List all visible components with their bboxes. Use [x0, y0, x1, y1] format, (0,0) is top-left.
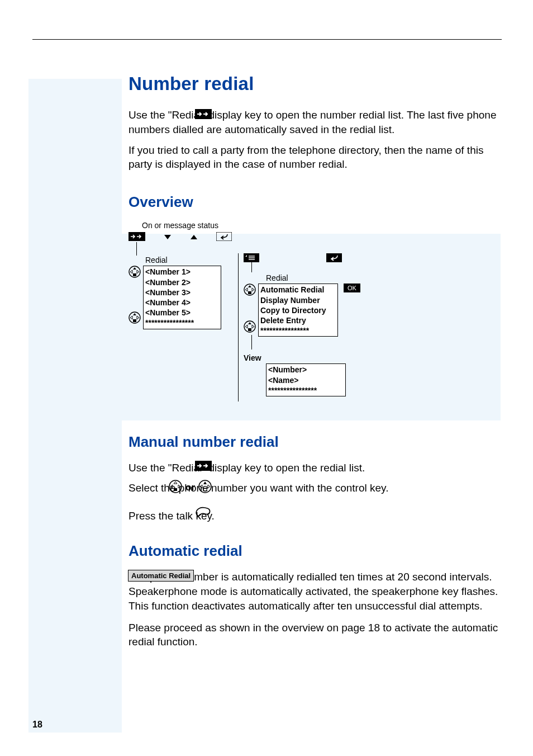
svg-rect-21	[174, 488, 177, 491]
list-item: Automatic Redial	[260, 285, 336, 295]
redial-list-box: <Number 1> <Number 2> <Number 3> <Number…	[143, 266, 221, 329]
svg-rect-16	[248, 328, 251, 331]
list-item: Display Number	[260, 295, 336, 305]
svg-rect-2	[216, 232, 232, 241]
svg-rect-6	[133, 319, 136, 322]
list-item: ****************	[268, 385, 344, 395]
list-item: <Number 1>	[145, 267, 219, 277]
control-key-up-icon	[198, 480, 212, 495]
return-key-icon	[216, 232, 232, 243]
list-item: <Number 4>	[145, 297, 219, 308]
left-column-bg	[28, 79, 122, 235]
column-divider	[238, 253, 239, 401]
control-key-icon	[244, 320, 256, 335]
list-item: Copy to Directory	[260, 305, 336, 315]
entry-menu-box: Automatic Redial Display Number Copy to …	[258, 284, 338, 337]
section-auto-heading: Automatic redial	[129, 542, 502, 560]
or-label: or	[185, 482, 195, 493]
intro-paragraph-2: If you tried to call a party from the te…	[129, 143, 502, 171]
diagram-note: On or message status	[129, 221, 232, 230]
automatic-redial-badge: Automatic Redial	[128, 570, 194, 582]
redial-arrows-icon	[195, 109, 212, 121]
list-item: <Number 2>	[145, 277, 219, 287]
svg-text:OK: OK	[348, 285, 357, 291]
section-overview-heading: Overview	[129, 193, 502, 211]
redial-arrows-icon	[129, 232, 145, 243]
control-key-icon	[129, 266, 141, 280]
left-column-bg-2	[28, 419, 122, 733]
talk-key-icon	[195, 507, 212, 523]
svg-rect-4	[133, 273, 136, 276]
page-number: 18	[32, 720, 42, 730]
page-title: Number redial	[129, 73, 502, 94]
redial-arrows-icon	[195, 461, 212, 473]
list-item: Delete Entry	[260, 315, 336, 325]
top-rule	[32, 39, 502, 40]
down-arrow-icon	[164, 233, 172, 243]
list-item: <Number>	[268, 365, 344, 375]
control-key-icon	[129, 311, 141, 326]
svg-rect-14	[248, 291, 251, 294]
list-item: <Number 3>	[145, 287, 219, 297]
list-item: ****************	[260, 325, 336, 336]
view-box: <Number> <Name> ****************	[266, 363, 346, 396]
control-key-icon	[244, 284, 256, 298]
list-item: <Name>	[268, 375, 344, 385]
section-manual-heading: Manual number redial	[129, 433, 502, 451]
control-key-down-icon	[169, 480, 182, 495]
list-item: <Number 5>	[145, 308, 219, 318]
list-item: ****************	[145, 318, 219, 328]
view-label: View	[244, 353, 372, 362]
svg-rect-12	[326, 253, 342, 262]
svg-rect-23	[203, 488, 207, 491]
overview-diagram: On or message status Redial	[129, 221, 502, 411]
return-key-icon	[326, 253, 342, 264]
up-arrow-icon	[190, 233, 198, 243]
col2-header: Redial	[266, 273, 288, 282]
ok-key-icon: OK	[344, 284, 360, 295]
auto-paragraph-2: Please proceed as shown in the overview …	[129, 621, 502, 649]
